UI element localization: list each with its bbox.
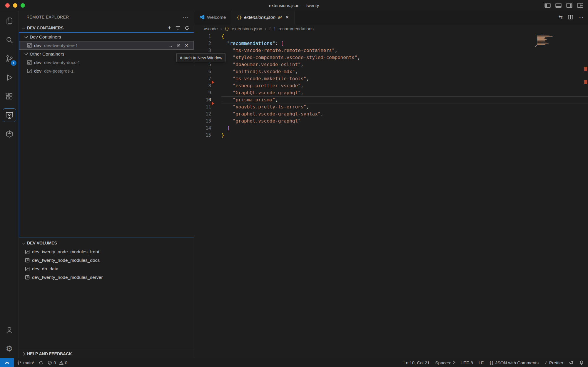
formatter-item[interactable]: ✓ Prettier bbox=[544, 360, 563, 365]
customize-layout-icon[interactable] bbox=[577, 3, 583, 8]
code-line: "styled-components.vscode-styled-compone… bbox=[221, 54, 588, 61]
remote-indicator[interactable]: >< bbox=[0, 358, 14, 367]
volume-icon bbox=[25, 267, 30, 271]
section-dev-volumes[interactable]: DEV VOLUMES bbox=[19, 239, 194, 247]
tab-extensions-json[interactable]: {} extensions.json M ✕ bbox=[231, 11, 294, 24]
code-line: ] bbox=[221, 125, 588, 132]
line-number: 2 bbox=[194, 40, 211, 47]
line-number: 3 bbox=[194, 47, 211, 54]
code-line: "graphql.vscode-graphql-syntax", bbox=[221, 110, 588, 118]
line-number-gutter: 123456789101112131415 bbox=[194, 33, 211, 358]
minimap-line bbox=[535, 40, 559, 41]
toggle-secondary-sidebar-icon[interactable] bbox=[566, 3, 572, 8]
sidebar-item-accounts[interactable] bbox=[0, 321, 19, 339]
open-changes-icon[interactable]: ⇆ bbox=[559, 14, 563, 20]
more-actions-icon[interactable]: ⋯ bbox=[183, 14, 189, 21]
minimap-line bbox=[535, 45, 559, 46]
dev-containers-panel: Dev Containersdevdev-twenty-dev-1→✕Other… bbox=[19, 32, 194, 237]
warning-count: 0 bbox=[65, 360, 67, 365]
minimap[interactable] bbox=[535, 34, 559, 47]
remote-explorer-icon bbox=[3, 108, 16, 122]
section-label: DEV VOLUMES bbox=[27, 241, 57, 245]
container-item-actions: →✕ bbox=[168, 43, 194, 48]
volume-item[interactable]: dev_twenty_node_modules_front bbox=[19, 247, 194, 256]
minimize-window-button[interactable] bbox=[13, 3, 17, 8]
attach-container-icon[interactable]: → bbox=[168, 43, 173, 48]
attach-new-window-icon[interactable] bbox=[176, 43, 181, 48]
eol-item[interactable]: LF bbox=[479, 360, 484, 365]
sidebar-item-dev-containers[interactable] bbox=[0, 125, 19, 143]
breadcrumb-item-folder[interactable]: .vscode bbox=[203, 26, 218, 31]
code-editor[interactable]: 123456789101112131415 { "recommendations… bbox=[194, 33, 588, 358]
git-branch-item[interactable]: main* bbox=[17, 360, 34, 365]
problems-item[interactable]: 0 0 bbox=[48, 360, 67, 365]
container-item[interactable]: devdev-twenty-dev-1→✕ bbox=[19, 41, 194, 50]
refresh-icon[interactable] bbox=[185, 26, 189, 30]
more-actions-icon[interactable]: ⋯ bbox=[578, 14, 583, 20]
add-container-icon[interactable]: + bbox=[168, 25, 171, 31]
container-description: dev-twenty-dev-1 bbox=[44, 43, 78, 48]
container-item[interactable]: devdev-twenty-docs-1 bbox=[19, 58, 194, 67]
encoding-item[interactable]: UTF-8 bbox=[460, 360, 473, 365]
vscode-window: extensions.json — twenty bbox=[0, 0, 588, 367]
git-deleted-marker bbox=[212, 102, 214, 105]
search-icon bbox=[3, 33, 16, 46]
minimap-line bbox=[535, 39, 559, 40]
volume-item[interactable]: dev_db_data bbox=[19, 264, 194, 273]
code-line: "yoavbls.pretty-ts-errors", bbox=[221, 103, 588, 110]
filter-icon[interactable] bbox=[176, 26, 180, 30]
volume-icon bbox=[25, 258, 30, 263]
chevron-right-icon bbox=[22, 352, 25, 355]
sidebar-item-search[interactable] bbox=[0, 31, 19, 49]
close-window-button[interactable] bbox=[5, 3, 10, 8]
tree-group-other-containers[interactable]: Other Containers bbox=[19, 50, 194, 58]
tab-welcome[interactable]: Welcome bbox=[194, 11, 231, 24]
notifications-bell-icon[interactable] bbox=[579, 360, 584, 365]
error-count: 0 bbox=[54, 360, 56, 365]
git-modified-badge: M bbox=[278, 15, 282, 20]
code-line: { bbox=[221, 33, 588, 40]
line-number: 13 bbox=[194, 118, 211, 125]
indentation-item[interactable]: Spaces: 2 bbox=[435, 360, 455, 365]
breadcrumb-item-file[interactable]: extensions.json bbox=[232, 26, 262, 31]
zoom-window-button[interactable] bbox=[21, 3, 25, 8]
sidebar-item-source-control[interactable]: 1 bbox=[0, 49, 19, 68]
sidebar-item-explorer[interactable] bbox=[0, 12, 19, 31]
vscode-logo-icon bbox=[200, 15, 205, 20]
toggle-primary-sidebar-icon[interactable] bbox=[544, 3, 551, 8]
status-right: Ln 10, Col 21 Spaces: 2 UTF-8 LF {} JSON… bbox=[403, 360, 588, 365]
sidebar-item-remote-explorer[interactable] bbox=[0, 106, 19, 125]
line-number: 14 bbox=[194, 125, 211, 132]
close-tab-icon[interactable]: ✕ bbox=[285, 15, 289, 20]
extensions-icon bbox=[3, 90, 16, 103]
tree-group-dev-containers[interactable]: Dev Containers bbox=[19, 33, 194, 41]
code-line: "prisma.prisma", bbox=[221, 96, 588, 103]
section-actions: + bbox=[168, 25, 189, 31]
container-item[interactable]: devdev-postgres-1 bbox=[19, 67, 194, 75]
sidebar-item-extensions[interactable] bbox=[0, 87, 19, 106]
volume-icon bbox=[25, 275, 30, 280]
sidebar-item-run-and-debug[interactable] bbox=[0, 68, 19, 87]
toggle-panel-icon[interactable] bbox=[555, 3, 562, 8]
workbench: 1 bbox=[0, 11, 588, 358]
section-help-and-feedback[interactable]: HELP AND FEEDBACK bbox=[19, 349, 194, 358]
sidebar-item-settings[interactable]: ⚙ bbox=[0, 339, 19, 358]
minimap-line bbox=[535, 42, 559, 42]
megaphone-icon[interactable] bbox=[569, 361, 574, 365]
language-mode-item[interactable]: {} JSON with Comments bbox=[489, 360, 539, 365]
section-dev-containers[interactable]: DEV CONTAINERS + bbox=[19, 24, 194, 32]
array-symbol-icon: [ ] bbox=[269, 26, 276, 31]
volume-name: dev_twenty_node_modules_front bbox=[32, 249, 99, 254]
sync-changes-icon[interactable] bbox=[39, 361, 43, 365]
tab-label: extensions.json bbox=[244, 15, 275, 20]
cursor-position-item[interactable]: Ln 10, Col 21 bbox=[403, 360, 430, 365]
volume-item[interactable]: dev_twenty_node_modules_server bbox=[19, 273, 194, 281]
line-number: 10 bbox=[194, 96, 211, 103]
layout-controls bbox=[544, 3, 588, 8]
breadcrumb-separator: › bbox=[265, 26, 266, 31]
breadcrumb-item-symbol[interactable]: recommendations bbox=[278, 26, 313, 31]
remove-container-icon[interactable]: ✕ bbox=[185, 43, 188, 48]
split-editor-icon[interactable] bbox=[568, 15, 573, 20]
volume-item[interactable]: dev_twenty_node_modules_docs bbox=[19, 256, 194, 264]
git-deleted-marker bbox=[212, 81, 214, 84]
